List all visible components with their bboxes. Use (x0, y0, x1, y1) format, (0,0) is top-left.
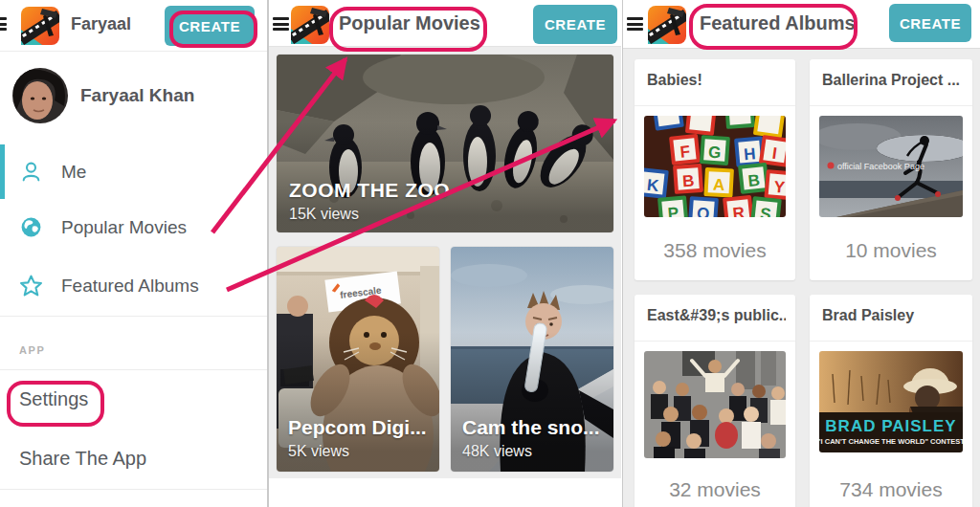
sidebar-item-featured-albums[interactable]: Featured Albums (0, 256, 267, 317)
drawer-title: Faryaal (71, 14, 131, 34)
sidebar-item-me[interactable]: Me (0, 144, 267, 200)
movie-title: Pepcom Digi... (288, 416, 427, 439)
album-card-brad-paisley[interactable]: Brad Paisley BRAD (810, 295, 972, 507)
album-card-easts-public[interactable]: East&#39;s public... (635, 295, 795, 507)
brad-paisley-thumbnail: BRAD PAISLEY "I CAN'T CHANGE THE WORLD" … (819, 351, 963, 452)
block-letter: G (707, 143, 722, 163)
movie-card-pepcom[interactable]: freescale Pepcom Digi... (277, 247, 439, 472)
divider (810, 105, 972, 106)
sidebar-item-label: Me (61, 162, 86, 183)
divider (810, 341, 972, 342)
movie-views: 48K views (462, 443, 532, 460)
movie-card-cam[interactable]: Cam the sno... 48K views (451, 247, 613, 472)
divider (635, 341, 795, 342)
sidebar-item-label: Share The App (19, 448, 146, 470)
star-icon (19, 274, 43, 298)
movie-title: ZOOM THE ZOO (289, 179, 450, 202)
album-count: 734 movies (810, 478, 972, 501)
block-letter: R (732, 204, 746, 217)
drawer-header: Faryaal CREATE (0, 0, 267, 52)
page-title: Featured Albums (700, 12, 856, 34)
section-label-app: APP (19, 344, 45, 356)
sidebar-item-share-the-app[interactable]: Share The App (0, 428, 267, 490)
block-letter: A (712, 175, 724, 194)
album-title: Ballerina Project ... (822, 72, 963, 89)
app-logo-icon (21, 7, 59, 45)
hamburger-icon[interactable] (627, 17, 643, 31)
sidebar-item-label: Featured Albums (61, 276, 199, 297)
featured-albums-header: Featured Albums CREATE (623, 0, 980, 49)
create-button[interactable]: CREATE (165, 6, 255, 46)
group-photo-thumbnail (644, 351, 786, 458)
popular-movies-screen: Popular Movies CREATE (268, 0, 621, 507)
navigation-drawer: Faryaal CREATE Faryaal Khan (0, 0, 268, 507)
person-icon (19, 160, 43, 184)
divider (635, 105, 795, 106)
image-title: BRAD PAISLEY (825, 417, 956, 435)
create-button[interactable]: CREATE (889, 4, 971, 42)
album-count: 10 movies (810, 239, 972, 262)
baby-blocks-thumbnail: F G H I K B A B Y P O R S (644, 116, 786, 217)
image-subtitle: "I CAN'T CHANGE THE WORLD" CONTEST (819, 437, 963, 446)
popular-movies-header: Popular Movies CREATE (269, 0, 621, 47)
movie-title: Cam the sno... (462, 416, 600, 439)
sidebar-item-label: Settings (19, 388, 88, 410)
block-letter: B (747, 171, 761, 190)
sidebar-item-settings[interactable]: Settings (0, 369, 267, 430)
image-caption: official Facebook Page (837, 162, 924, 171)
album-card-babies[interactable]: Babies! F G H I K B A B Y (635, 59, 795, 280)
album-title: East&#39;s public... (647, 307, 786, 324)
album-title: Babies! (647, 72, 786, 89)
avatar (12, 68, 68, 123)
movie-card-zoom-the-zoo[interactable]: ZOOM THE ZOO 15K views (277, 55, 613, 232)
hamburger-icon[interactable] (273, 17, 289, 31)
album-count: 358 movies (635, 239, 795, 262)
profile-row[interactable]: Faryaal Khan (0, 51, 267, 145)
block-letter: O (696, 205, 710, 217)
block-letter: B (681, 172, 695, 191)
album-title: Brad Paisley (822, 307, 963, 324)
block-letter: S (759, 205, 771, 217)
selected-indicator (0, 144, 5, 199)
app-logo-icon (648, 6, 686, 44)
album-count: 32 movies (635, 478, 795, 501)
block-letter: P (667, 204, 679, 217)
sidebar-item-label: Popular Movies (61, 217, 187, 238)
hamburger-icon[interactable] (0, 17, 7, 31)
movie-views: 15K views (289, 206, 359, 223)
globe-icon (19, 215, 43, 239)
featured-albums-screen: Featured Albums CREATE Babies! F G H I K (622, 0, 980, 507)
block-letter: F (679, 143, 691, 162)
ballerina-thumbnail: official Facebook Page (819, 116, 963, 217)
album-card-ballerina-project[interactable]: Ballerina Project ... (810, 59, 972, 280)
movie-views: 5K views (288, 443, 349, 460)
app-logo-icon (291, 6, 329, 44)
app-screenshot: Faryaal CREATE Faryaal Khan (0, 0, 980, 507)
block-letter: H (744, 144, 757, 164)
block-letter: Y (773, 178, 786, 197)
profile-name: Faryaal Khan (80, 85, 194, 106)
sidebar-item-popular-movies[interactable]: Popular Movies (0, 199, 267, 257)
create-button[interactable]: CREATE (533, 5, 617, 44)
page-title: Popular Movies (339, 12, 480, 34)
